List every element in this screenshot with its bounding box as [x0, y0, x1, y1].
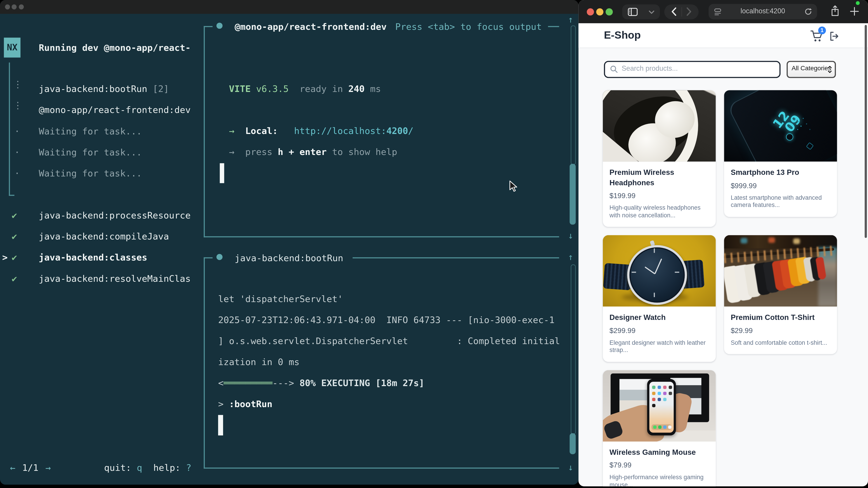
- pane1-scroll-down-icon[interactable]: ↓: [568, 231, 574, 240]
- pane2-scroll-thumb[interactable]: [569, 433, 576, 454]
- browser-close-icon[interactable]: [587, 8, 594, 15]
- product-card[interactable]: Designer Watch $299.99 Elegant designer …: [603, 235, 716, 362]
- pane2-border: [204, 257, 213, 469]
- pane2-scroll-up-icon[interactable]: ↑: [568, 252, 574, 262]
- product-description: Elegant designer watch with leather stra…: [610, 339, 709, 354]
- search-icon: [610, 65, 618, 73]
- vite-local-line: → Local: http://localhost:4200/: [218, 126, 413, 136]
- task-row[interactable]: ·: [14, 147, 20, 158]
- chevron-down-icon[interactable]: [649, 10, 654, 13]
- task-row-selected[interactable]: java-backend:classes: [39, 252, 147, 263]
- task-row[interactable]: ·: [14, 168, 20, 179]
- new-tab-icon[interactable]: [850, 6, 859, 16]
- task-row[interactable]: java-backend:compileJava: [39, 231, 169, 242]
- pane2-status-dot-icon: [217, 254, 223, 260]
- back-icon[interactable]: [672, 7, 677, 16]
- product-card[interactable]: Premium Cotton T-Shirt $29.99 Soft and c…: [724, 235, 837, 354]
- category-select[interactable]: All Categories: [786, 61, 836, 78]
- task-waiting-label: Waiting for task...: [39, 168, 142, 179]
- nav-separator: [682, 7, 682, 17]
- pane2-scroll-down-icon[interactable]: ↓: [568, 462, 574, 473]
- task-row[interactable]: java-backend:bootRun [2]: [39, 84, 169, 95]
- pane2-title: java-backend:bootRun: [235, 253, 343, 263]
- mouse-cursor-icon: [509, 180, 518, 192]
- nx-logo: NX: [4, 38, 20, 58]
- task-spinner-icon: ⋮: [13, 100, 22, 111]
- pane2-cursor: [218, 415, 223, 435]
- task-selected-pointer-icon: >: [2, 252, 8, 263]
- product-card[interactable]: Wireless Gaming Mouse $79.99 High-perfor…: [603, 370, 716, 486]
- help-label: help:: [153, 462, 186, 473]
- pane1-title: @mono-app/react-frontend:dev: [235, 22, 386, 32]
- pane1-bottom-border: [204, 236, 559, 237]
- product-grid: Premium Wireless Headphones $199.99 High…: [603, 90, 837, 486]
- task-row[interactable]: java-backend:processResource: [39, 210, 191, 221]
- log-line: ization in 0 ms: [218, 357, 300, 367]
- local-url-link[interactable]: http://localhost:: [294, 126, 386, 136]
- search-placeholder: Search products...: [622, 65, 678, 72]
- terminal-titlebar[interactable]: [0, 0, 579, 14]
- terminal-close-icon[interactable]: [5, 4, 10, 9]
- pane1-scroll-thumb[interactable]: [569, 164, 576, 225]
- pane1-scroll-track: [571, 26, 576, 165]
- share-icon[interactable]: [830, 5, 840, 17]
- product-price: $29.99: [731, 326, 831, 335]
- browser-scrollbar-thumb[interactable]: [865, 25, 867, 238]
- task-waiting-label: Waiting for task...: [39, 147, 142, 158]
- product-price: $199.99: [610, 191, 709, 200]
- select-arrows-icon: [828, 66, 832, 73]
- log-line: 2025-07-23T12:06:43.971-04:00 INFO 64733…: [218, 315, 555, 325]
- terminal-window: NX Running dev @mono-app/react- ⋮ java-b…: [0, 0, 579, 485]
- product-image-mouse: [603, 370, 716, 441]
- search-input[interactable]: Search products...: [604, 61, 780, 78]
- terminal-minimize-icon[interactable]: [11, 4, 17, 9]
- product-card[interactable]: 1209 Smartphone 13 Pro $999.99 Latest sm…: [724, 90, 837, 217]
- shop-title: E-Shop: [604, 29, 641, 41]
- quit-key: q: [137, 462, 142, 473]
- sidebar-icon[interactable]: [628, 7, 638, 16]
- product-image-tshirts: [724, 235, 837, 306]
- product-image-smartphone: 1209: [724, 90, 837, 162]
- product-price: $79.99: [610, 461, 709, 469]
- task-spinner-icon: ⋮: [13, 79, 22, 90]
- task-row[interactable]: @mono-app/react-frontend:dev: [39, 105, 191, 116]
- product-description: Soft and comfortable cotton t-shirt...: [731, 339, 831, 346]
- logout-icon[interactable]: [829, 31, 839, 41]
- vite-ready-line: VITE v6.3.5 ready in 240 ms: [218, 84, 381, 94]
- terminal-zoom-icon[interactable]: [19, 4, 24, 9]
- task-check-icon: ✔: [11, 273, 17, 285]
- vite-help-line: → press h + enter to show help: [218, 147, 397, 157]
- task-row[interactable]: ·: [14, 126, 20, 137]
- url-field[interactable]: localhost:4200: [709, 4, 817, 20]
- task-waiting-label: Waiting for task...: [39, 126, 142, 137]
- category-select-value: All Categories: [792, 65, 831, 71]
- product-price: $999.99: [731, 181, 831, 190]
- desktop: NX Running dev @mono-app/react- ⋮ java-b…: [0, 0, 868, 488]
- product-card[interactable]: Premium Wireless Headphones $199.99 High…: [603, 90, 716, 227]
- product-title: Designer Watch: [610, 313, 709, 323]
- help-key: ?: [186, 462, 191, 473]
- browser-toolbar: localhost:4200: [579, 0, 868, 24]
- browser-zoom-icon[interactable]: [605, 8, 613, 15]
- product-description: Latest smartphone with advanced camera f…: [731, 194, 831, 209]
- task-check-icon: ✔: [11, 231, 17, 242]
- gradle-progress-line: <═════════---> 80% EXECUTING [18m 27s]: [218, 379, 424, 388]
- log-line: ] o.s.web.servlet.DispatcherServlet : Co…: [218, 336, 560, 346]
- reload-icon[interactable]: [804, 8, 812, 15]
- browser-window: localhost:4200 E-Shop 1 Search products.…: [579, 0, 868, 486]
- pager-indicator: 1/1: [22, 462, 38, 473]
- forward-icon[interactable]: [686, 7, 691, 16]
- product-image-headphones: [603, 90, 716, 162]
- pane2-header-rule: [352, 257, 559, 258]
- pane1-cursor: [220, 163, 224, 183]
- task-check-icon: ✔: [11, 210, 17, 221]
- page-prev-icon[interactable]: ←: [10, 462, 16, 473]
- task-row[interactable]: java-backend:resolveMainClas: [39, 273, 191, 285]
- product-title: Premium Cotton T-Shirt: [731, 313, 831, 323]
- browser-minimize-icon[interactable]: [596, 8, 603, 15]
- pane1-scroll-up-icon[interactable]: ↑: [568, 15, 574, 25]
- page-next-icon[interactable]: →: [45, 462, 51, 473]
- product-description: High-quality wireless headphones with no…: [610, 204, 709, 219]
- product-title: Smartphone 13 Pro: [731, 168, 831, 178]
- pane1-header-dash: [548, 26, 559, 27]
